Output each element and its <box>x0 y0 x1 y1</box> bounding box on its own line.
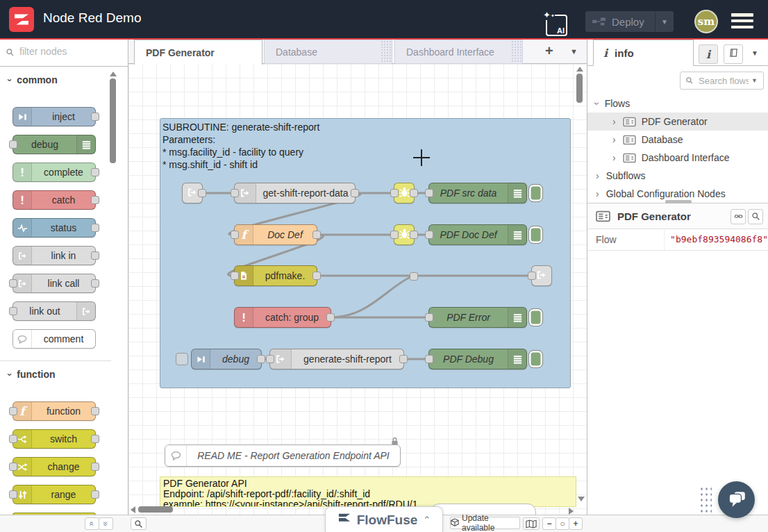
port[interactable] <box>91 113 99 121</box>
port[interactable] <box>91 407 99 415</box>
port[interactable] <box>9 307 17 315</box>
zoom-out-button[interactable]: − <box>542 517 556 530</box>
port[interactable] <box>91 463 99 471</box>
user-avatar[interactable]: sm <box>694 10 718 33</box>
port[interactable] <box>425 355 433 363</box>
widget-drag-handle[interactable] <box>699 486 712 514</box>
palette-node-change[interactable]: change <box>12 457 96 476</box>
canvas-scroll-right[interactable] <box>569 508 574 515</box>
port[interactable] <box>257 355 265 363</box>
canvas-search-button[interactable] <box>131 517 147 530</box>
canvas-scroll-left[interactable] <box>131 506 135 513</box>
palette-node-debug[interactable]: debug <box>12 135 96 154</box>
port[interactable] <box>91 224 99 232</box>
palette-node-inject[interactable]: inject <box>12 107 96 126</box>
chat-widget-button[interactable] <box>718 481 755 518</box>
tab-database[interactable]: Database <box>264 40 392 64</box>
sidebar-tab-info[interactable]: i info <box>593 40 694 66</box>
api-doc-sticky-note[interactable]: PDF Generator APIEndpoint: /api/shift-re… <box>160 476 576 507</box>
canvas-hscroll-thumb[interactable] <box>138 506 173 513</box>
port[interactable] <box>425 313 433 322</box>
port[interactable] <box>91 490 99 499</box>
port[interactable] <box>425 231 433 239</box>
port[interactable] <box>91 196 99 204</box>
splitter-grip[interactable] <box>665 200 692 203</box>
category-function[interactable]: › function <box>0 366 111 383</box>
inject-trigger-button[interactable] <box>176 353 188 365</box>
flowfuse-button[interactable]: FlowFuse ⌃ <box>325 506 443 532</box>
search-flow-button[interactable] <box>748 209 763 224</box>
port[interactable] <box>390 189 399 197</box>
node-pdf-error[interactable]: PDF Error <box>428 307 527 328</box>
port[interactable] <box>410 189 418 197</box>
flow-canvas[interactable]: SUBROUTINE: generate-shift-reportParamet… <box>128 64 587 515</box>
debug-toggle-button[interactable] <box>528 308 543 326</box>
port[interactable] <box>266 355 274 363</box>
node-pdf-debug[interactable]: PDF Debug <box>428 349 527 369</box>
deploy-options-caret[interactable]: ▼ <box>655 11 674 32</box>
tree-item-dashboard-interface[interactable]: › Dashboard Interface <box>587 149 768 167</box>
tab-list-caret[interactable]: ▼ <box>570 47 578 56</box>
node-pdf-doc-def[interactable]: PDF Doc Def <box>428 224 527 245</box>
tree-item-pdf-generator[interactable]: › PDF Generator <box>587 113 768 131</box>
port[interactable] <box>91 251 99 260</box>
port[interactable] <box>9 407 17 415</box>
ai-assistant-button[interactable]: ✦ ✦ AI <box>546 15 567 36</box>
port[interactable] <box>9 435 17 443</box>
port[interactable] <box>9 140 17 149</box>
debug-toggle-button[interactable] <box>528 226 543 244</box>
palette-node-link-call[interactable]: link call <box>12 274 96 293</box>
node-pdfmake[interactable]: pdfmake. <box>234 265 317 286</box>
palette-node-link-in[interactable]: link in <box>12 246 96 265</box>
zoom-in-button[interactable]: + <box>569 517 583 530</box>
port[interactable] <box>399 355 408 363</box>
port[interactable] <box>91 279 99 288</box>
search-flows-input[interactable] <box>697 75 750 87</box>
port[interactable] <box>528 272 536 280</box>
palette-scrollbar-thumb[interactable] <box>110 78 116 163</box>
palette-node-switch[interactable]: switch <box>12 429 96 449</box>
copy-link-button[interactable] <box>731 209 746 224</box>
scroll-up-arrow[interactable] <box>110 72 117 76</box>
node-doc-def[interactable]: f Doc Def <box>234 224 317 245</box>
debug-toggle-button[interactable] <box>528 184 543 202</box>
port[interactable] <box>9 279 17 288</box>
canvas-scroll-up[interactable] <box>576 67 583 72</box>
wire-junction[interactable] <box>410 272 418 281</box>
palette-node-complete[interactable]: ! complete <box>12 163 96 182</box>
debug-toggle-button[interactable] <box>528 350 543 368</box>
add-flow-button[interactable]: + <box>545 43 553 59</box>
main-menu-button[interactable] <box>731 13 753 28</box>
tab-pdf-generator[interactable]: PDF Generator <box>134 40 262 65</box>
port[interactable] <box>326 313 335 322</box>
expand-all-button[interactable]: » <box>99 517 113 530</box>
tree-item-subflows[interactable]: › Subflows <box>587 167 768 185</box>
tree-item-flows[interactable]: › Flows <box>587 94 768 113</box>
port[interactable] <box>198 189 206 197</box>
collapse-all-button[interactable]: « <box>85 517 99 530</box>
node-debug-inject[interactable]: debug <box>191 349 262 369</box>
port[interactable] <box>9 463 17 471</box>
node-generate-shift-report[interactable]: generate-shift-report <box>269 349 404 369</box>
port[interactable] <box>231 189 239 197</box>
port[interactable] <box>410 231 418 239</box>
node-readme-comment[interactable]: READ ME - Report Generation Endpoint API <box>165 444 401 467</box>
port[interactable] <box>9 490 17 499</box>
node-bug-2[interactable] <box>394 224 415 245</box>
node-pdf-src-data[interactable]: PDF src data <box>428 183 527 203</box>
port[interactable] <box>91 435 99 443</box>
palette-node-range[interactable]: range <box>12 485 96 504</box>
palette-node-catch[interactable]: ! catch <box>12 190 96 210</box>
update-available-button[interactable]: Update available <box>450 517 520 529</box>
port[interactable] <box>231 272 239 280</box>
tree-item-database[interactable]: › Database <box>587 131 768 149</box>
node-catch-group[interactable]: ! catch: group <box>234 307 331 328</box>
node-get-shift-report-data[interactable]: get-shift-report-data <box>234 183 356 203</box>
palette-node-status[interactable]: status <box>12 218 96 238</box>
canvas-scroll-down[interactable] <box>578 497 585 501</box>
navigator-map-button[interactable] <box>523 517 540 530</box>
palette-node-comment[interactable]: comment <box>12 329 96 349</box>
filter-nodes-input[interactable] <box>18 45 118 58</box>
deploy-button[interactable]: Deploy ▼ <box>585 11 674 32</box>
sidebar-info-button[interactable]: i <box>699 44 718 64</box>
